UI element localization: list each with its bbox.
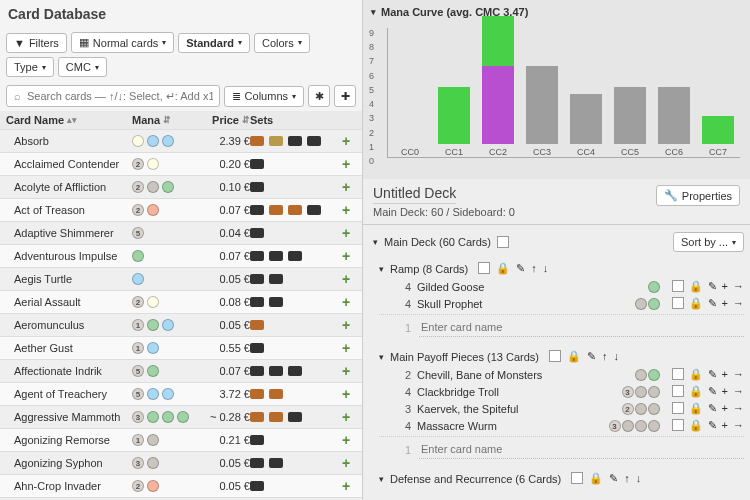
add-card-icon[interactable]: + [342, 225, 350, 241]
add-card-icon[interactable]: + [342, 432, 350, 448]
table-row[interactable]: Agent of Treachery 5 3.72 € + [0, 383, 362, 406]
deck-card-row[interactable]: 4 Clackbridge Troll 3 🔒✎+→ [379, 383, 744, 400]
bar-CC3[interactable]: CC3 [526, 16, 558, 157]
type-dropdown[interactable]: Type▾ [6, 57, 54, 77]
checkbox[interactable] [549, 350, 561, 362]
group-header[interactable]: ▾ Main Payoff Pieces (13 Cards) 🔒✎↑↓ [379, 347, 744, 366]
bar-CC6[interactable]: CC6 [658, 16, 690, 157]
add-card-icon[interactable]: + [342, 179, 350, 195]
sort-dropdown[interactable]: Sort by ...▾ [673, 232, 744, 252]
lock-icon[interactable]: 🔒 [689, 419, 703, 432]
filters-button[interactable]: ▼Filters [6, 33, 67, 53]
table-row[interactable]: Ahn-Crop Invader 2 0.05 € + [0, 475, 362, 498]
edit-icon[interactable]: ✎ [708, 368, 717, 381]
right-icon[interactable]: → [733, 402, 744, 415]
bar-CC4[interactable]: CC4 [570, 16, 602, 157]
search-input[interactable] [6, 85, 220, 107]
col-price[interactable]: Price⇵ [194, 114, 250, 126]
plus-icon[interactable]: + [722, 402, 728, 415]
checkbox[interactable] [571, 472, 583, 484]
plus-icon[interactable]: + [722, 280, 728, 293]
add-card-icon[interactable]: + [342, 202, 350, 218]
up-icon[interactable]: ↑ [602, 350, 608, 363]
right-icon[interactable]: → [733, 280, 744, 293]
checkbox[interactable] [672, 297, 684, 309]
colors-dropdown[interactable]: Colors▾ [254, 33, 310, 53]
right-icon[interactable]: → [733, 419, 744, 432]
cmc-dropdown[interactable]: CMC▾ [58, 57, 107, 77]
edit-icon[interactable]: ✎ [708, 385, 717, 398]
lock-icon[interactable]: 🔒 [689, 402, 703, 415]
add-card-button[interactable]: ✚ [334, 85, 356, 107]
table-row[interactable]: Agonizing Remorse 1 0.21 € + [0, 429, 362, 452]
edit-icon[interactable]: ✎ [708, 280, 717, 293]
add-card-icon[interactable]: + [342, 455, 350, 471]
down-icon[interactable]: ↓ [636, 472, 642, 485]
table-row[interactable]: Acclaimed Contender 2 0.20 € + [0, 153, 362, 176]
up-icon[interactable]: ↑ [531, 262, 537, 275]
columns-dropdown[interactable]: ≣Columns▾ [224, 86, 304, 107]
main-deck-group[interactable]: ▾ Main Deck (60 Cards) Sort by ...▾ [373, 229, 744, 255]
add-card-icon[interactable]: + [342, 156, 350, 172]
plus-icon[interactable]: + [722, 385, 728, 398]
table-row[interactable]: Aerial Assault 2 0.08 € + [0, 291, 362, 314]
mode-dropdown[interactable]: ▦Normal cards▾ [71, 32, 174, 53]
deck-card-row[interactable]: 4 Skull Prophet 🔒✎+→ [379, 295, 744, 312]
checkbox[interactable] [672, 402, 684, 414]
plus-icon[interactable]: + [722, 419, 728, 432]
checkbox[interactable] [672, 280, 684, 292]
add-card-icon[interactable]: + [342, 340, 350, 356]
lock-icon[interactable]: 🔒 [689, 385, 703, 398]
table-row[interactable]: Acolyte of Affliction 2 0.10 € + [0, 176, 362, 199]
table-row[interactable]: Affectionate Indrik 5 0.07 € + [0, 360, 362, 383]
plus-icon[interactable]: + [722, 297, 728, 310]
properties-button[interactable]: 🔧Properties [656, 185, 740, 206]
down-icon[interactable]: ↓ [543, 262, 549, 275]
table-row[interactable]: Aggressive Mammoth 3 ~ 0.28 € + [0, 406, 362, 429]
lock-icon[interactable]: 🔒 [689, 297, 703, 310]
add-card-icon[interactable]: + [342, 133, 350, 149]
edit-icon[interactable]: ✎ [587, 350, 596, 363]
add-card-input[interactable] [419, 318, 744, 337]
add-card-icon[interactable]: + [342, 409, 350, 425]
format-dropdown[interactable]: Standard▾ [178, 33, 250, 53]
col-name[interactable]: Card Name▴▾ [6, 114, 132, 126]
checkbox[interactable] [497, 236, 509, 248]
group-header[interactable]: ▾ Ramp (8 Cards) 🔒✎↑↓ [379, 259, 744, 278]
down-icon[interactable]: ↓ [613, 350, 619, 363]
checkbox[interactable] [672, 419, 684, 431]
checkbox[interactable] [672, 368, 684, 380]
lock-icon[interactable]: 🔒 [567, 350, 581, 363]
table-row[interactable]: Aeromunculus 1 0.05 € + [0, 314, 362, 337]
group-header[interactable]: ▾ Defense and Recurrence (6 Cards) 🔒✎↑↓ [379, 469, 744, 488]
edit-icon[interactable]: ✎ [708, 419, 717, 432]
lock-icon[interactable]: 🔒 [689, 280, 703, 293]
lock-icon[interactable]: 🔒 [496, 262, 510, 275]
add-card-icon[interactable]: + [342, 478, 350, 494]
bar-CC0[interactable]: CC0 [394, 16, 426, 157]
col-sets[interactable]: Sets [250, 114, 336, 126]
add-card-icon[interactable]: + [342, 386, 350, 402]
deck-card-row[interactable]: 2 Chevill, Bane of Monsters 🔒✎+→ [379, 366, 744, 383]
deck-card-row[interactable]: 4 Massacre Wurm 3 🔒✎+→ [379, 417, 744, 434]
add-card-icon[interactable]: + [342, 317, 350, 333]
edit-icon[interactable]: ✎ [516, 262, 525, 275]
add-card-icon[interactable]: + [342, 248, 350, 264]
lock-icon[interactable]: 🔒 [689, 368, 703, 381]
deck-card-row[interactable]: 3 Kaervek, the Spiteful 2 🔒✎+→ [379, 400, 744, 417]
edit-icon[interactable]: ✎ [609, 472, 618, 485]
checkbox[interactable] [672, 385, 684, 397]
table-row[interactable]: Act of Treason 2 0.07 € + [0, 199, 362, 222]
right-icon[interactable]: → [733, 385, 744, 398]
col-mana[interactable]: Mana⇵ [132, 114, 194, 126]
deck-title[interactable]: Untitled Deck [373, 185, 456, 204]
table-row[interactable]: Adaptive Shimmerer 5 0.04 € + [0, 222, 362, 245]
up-icon[interactable]: ↑ [624, 472, 630, 485]
right-icon[interactable]: → [733, 368, 744, 381]
add-card-icon[interactable]: + [342, 363, 350, 379]
table-row[interactable]: Aegis Turtle 0.05 € + [0, 268, 362, 291]
table-row[interactable]: Agonizing Syphon 3 0.05 € + [0, 452, 362, 475]
table-row[interactable]: Absorb 2.39 € + [0, 130, 362, 153]
table-row[interactable]: Aether Gust 1 0.55 € + [0, 337, 362, 360]
edit-icon[interactable]: ✎ [708, 297, 717, 310]
